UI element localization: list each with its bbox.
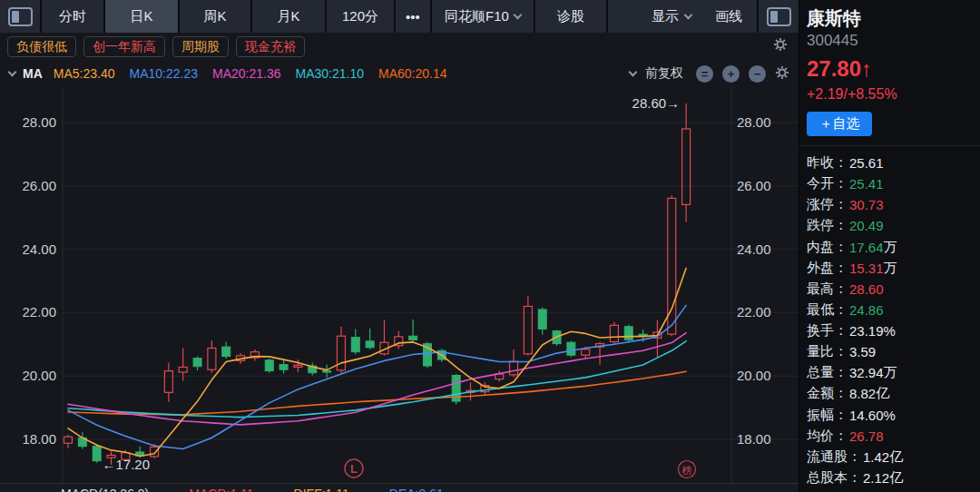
candle-down: [452, 374, 460, 405]
candle-up: [337, 327, 345, 373]
ma-value: MA60:20.14: [378, 66, 447, 81]
zoom-buttons: =+−: [696, 65, 766, 83]
stat-row: 量比3.59: [807, 343, 975, 360]
panel-divider: [799, 145, 980, 146]
tab-分时[interactable]: 分时: [42, 0, 103, 33]
candle-down: [409, 320, 417, 343]
stat-row: 总股本2.12亿: [807, 469, 975, 487]
candle-down: [193, 357, 201, 370]
candle-up: [164, 363, 172, 402]
y-axis-label-right: 22.00: [737, 304, 771, 320]
zoom-in-button[interactable]: +: [722, 65, 740, 83]
toolbar-right-actions: 显示画线: [608, 0, 757, 33]
y-axis-label-right: 24.00: [737, 241, 771, 257]
candle-up: [395, 331, 403, 349]
stat-label: 均价: [807, 428, 848, 445]
stock-tag[interactable]: 负债很低: [7, 36, 76, 57]
tab-•••[interactable]: •••: [396, 0, 430, 33]
stat-label: 流通股: [807, 448, 861, 466]
tab-同花顺F10[interactable]: 同花顺F10: [432, 0, 534, 33]
stat-unit: 亿: [876, 385, 889, 402]
stat-label: 总量: [807, 364, 848, 381]
y-axis-label-left: 18.00: [22, 431, 56, 447]
candle-down: [366, 329, 374, 349]
y-axis-label-right: 18.00: [737, 431, 771, 447]
stat-label: 换手: [807, 322, 848, 339]
rank-badge: 榜: [679, 461, 696, 478]
stat-label: 振幅: [807, 407, 848, 424]
tags-settings-gear-icon[interactable]: [773, 37, 788, 55]
layout-toggle-right-button[interactable]: [759, 0, 799, 33]
reset-zoom-button[interactable]: =: [696, 65, 713, 83]
stat-value: 26.78: [849, 428, 884, 444]
stat-unit: 亿: [889, 448, 903, 466]
y-axis-label-right: 26.00: [737, 178, 771, 193]
svg-text:L: L: [350, 462, 358, 476]
adjust-dropdown-chevron-icon[interactable]: [629, 67, 638, 76]
stat-label: 内盘: [807, 239, 848, 256]
macd-segment: MACD(12,26,9): [61, 487, 149, 492]
stat-row: 昨收25.61: [807, 154, 975, 172]
macd-segment: DEA:0.61: [389, 487, 444, 492]
candle-down: [279, 359, 288, 373]
tab-月K[interactable]: 月K: [252, 0, 325, 33]
price-annotation: 28.60→: [632, 95, 681, 111]
quote-panel: 康斯特 300445 27.80↑ +2.19/+8.55% ＋自选 昨收25.…: [799, 0, 980, 492]
stock-tag[interactable]: 周期股: [172, 36, 229, 57]
ma-line-MA60: [68, 371, 686, 415]
kline-chart[interactable]: 28.0028.0026.0026.0024.0024.0022.0022.00…: [0, 87, 799, 483]
add-watchlist-button[interactable]: ＋自选: [807, 112, 872, 136]
stat-value: 14.60%: [849, 408, 896, 423]
chart-settings-gear-icon[interactable]: [775, 65, 789, 83]
candle-up: [524, 296, 532, 356]
candle-up: [610, 322, 618, 344]
tab-诊股[interactable]: 诊股: [535, 0, 606, 33]
stat-row: 最高28.60: [807, 280, 975, 298]
tab-120分[interactable]: 120分: [327, 0, 394, 33]
toolbar-action-显示[interactable]: 显示: [652, 8, 691, 25]
tab-日K[interactable]: 日K: [105, 0, 178, 33]
ma-value: MA10:22.23: [130, 66, 199, 81]
stat-row: 跌停20.49: [807, 217, 975, 234]
y-axis-label-left: 28.00: [22, 114, 56, 130]
stock-tag[interactable]: 现金充裕: [236, 36, 305, 57]
candle-down: [567, 341, 575, 357]
macd-segment: MACD:1.11: [189, 487, 253, 492]
macd-segment: DIFF:1.11: [294, 487, 349, 492]
stock-name: 康斯特: [807, 7, 973, 29]
stat-label: 金额: [807, 385, 848, 402]
stock-tag[interactable]: 创一年新高: [83, 36, 165, 57]
candle-down: [222, 342, 230, 359]
candle-down: [309, 363, 317, 376]
candle-down: [265, 359, 273, 373]
price-adjust-mode[interactable]: 前复权: [645, 65, 683, 82]
stat-label: 最高: [807, 280, 848, 298]
tab-周K[interactable]: 周K: [180, 0, 250, 33]
candle-down: [624, 325, 632, 343]
stat-label: 涨停: [807, 196, 848, 213]
layout-toggle-left-button[interactable]: [0, 0, 40, 33]
stat-row: 流通股1.42亿: [807, 448, 975, 466]
stat-row: 今开25.41: [807, 175, 975, 192]
candle-down: [78, 432, 86, 448]
stat-row: 内盘17.64万: [807, 239, 975, 256]
stat-value: 25.61: [849, 155, 884, 171]
stat-row: 外盘15.31万: [807, 260, 975, 277]
candle-up: [208, 340, 216, 373]
macd-indicator-row-clipped: MACD(12,26,9)MACD:1.11DIFF:1.11DEA:0.61: [0, 483, 799, 492]
chart-controls: 前复权 =+−: [630, 65, 789, 83]
stat-value: 17.64: [849, 240, 884, 255]
panel-toggle-icon: [767, 7, 791, 26]
ma-collapse-chevron-icon[interactable]: [8, 67, 17, 76]
candle-down: [538, 308, 546, 335]
up-arrow-icon: ↑: [861, 56, 872, 81]
stat-row: 换手23.19%: [807, 322, 975, 339]
candle-up: [653, 320, 662, 357]
stat-row: 总量32.94万: [807, 364, 975, 381]
stat-value: 23.19%: [849, 323, 896, 339]
macd-values: MACD(12,26,9)MACD:1.11DIFF:1.11DEA:0.61: [0, 484, 799, 492]
stat-value: 30.73: [849, 197, 884, 212]
toolbar-action-画线[interactable]: 画线: [715, 8, 742, 25]
y-axis-label-right: 20.00: [737, 368, 771, 383]
zoom-out-button[interactable]: −: [749, 65, 766, 83]
